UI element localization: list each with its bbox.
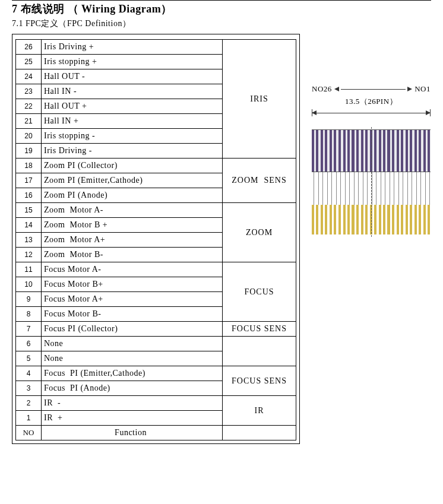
subsection-number: 7.1 [12,19,23,28]
connector-centerline [371,127,372,237]
pin-number: 6 [16,337,42,351]
pin-number: 16 [16,188,42,203]
section-number: 7 [12,3,18,15]
pin-number: 14 [16,218,42,233]
table-row: 26 Iris Driving + IRIS [16,40,296,55]
pin-group-zoom: ZOOM [223,203,296,262]
pin-function: Zoom Motor A+ [42,233,223,248]
pin-function: Focus PI (Emitter,Cathode) [42,366,223,381]
pin-function: Iris stopping + [42,55,223,69]
pin-group-iris: IRIS [223,40,296,159]
pin-number: 10 [16,277,42,292]
pin-function: None [42,337,223,351]
dimension-line [341,89,406,90]
pin-function: Zoom PI (Collector) [42,159,223,173]
pin-number: 7 [16,322,42,337]
pin-group-focus-sens: FOCUS SENS [223,366,296,396]
subsection-title-en: FPC Definition [67,19,122,28]
pin-number: 24 [16,69,42,84]
table-header-row: NO Function [16,426,296,440]
pin-function: IR + [42,411,223,426]
table-row: 15 Zoom Motor A- ZOOM [16,203,296,218]
pin-number: 8 [16,307,42,322]
pin-function: Zoom Motor B- [42,248,223,262]
pin-group-ir: IR [223,396,296,426]
connector-pin-labels: NO26 NO1 [312,84,431,94]
pin-function: Zoom Motor B + [42,218,223,233]
pin-number: 17 [16,173,42,188]
pin-number: 22 [16,99,42,114]
pin-function: Zoom PI (Anode) [42,188,223,203]
pin-function: Focus PI (Anode) [42,381,223,396]
header-function: Function [42,426,223,440]
pin-function: Iris Driving + [42,40,223,55]
subsection-title-cn: FPC定义 [26,19,58,28]
pin-function: Focus Motor A- [42,262,223,277]
connector-dimension: 13.5（26PIN） [312,96,431,107]
pin-number: 23 [16,84,42,99]
pin-number: 11 [16,262,42,277]
pin-number: 1 [16,411,42,426]
pin-number: 9 [16,292,42,307]
pin-function: Focus Motor A+ [42,292,223,307]
pin-group-zoom-sens: ZOOM SENS [223,159,296,203]
table-row: 11 Focus Motor A- FOCUS [16,262,296,277]
table-row: 4 Focus PI (Emitter,Cathode) FOCUS SENS [16,366,296,381]
pin-function: Iris Driving - [42,144,223,159]
section-title-en: Wiring Diagram [81,3,161,15]
pin-number: 26 [16,40,42,55]
pin-number: 2 [16,396,42,411]
pin-group-focus: FOCUS [223,262,296,322]
pin-function: Focus Motor B+ [42,277,223,292]
pin-number: 5 [16,351,42,366]
pin-function: Hall IN + [42,114,223,129]
header-group-empty [223,426,296,440]
section-title: 7 布线说明 （ Wiring Diagram） [12,2,431,16]
arrow-right-icon [407,87,412,91]
pin-number: 25 [16,55,42,69]
header-no: NO [16,426,42,440]
pin-function: IR - [42,396,223,411]
table-row: 6 None [16,337,296,351]
pin-number: 18 [16,159,42,173]
pin-definition-table-container: 26 Iris Driving + IRIS 25 Iris stopping … [12,34,300,444]
table-row: 18 Zoom PI (Collector) ZOOM SENS [16,159,296,173]
pin-function: Hall OUT - [42,69,223,84]
pin-number: 4 [16,366,42,381]
subsection-title: 7.1 FPC定义（FPC Definition） [12,18,431,29]
table-row: 2 IR - IR [16,396,296,411]
pin-number: 12 [16,248,42,262]
arrow-left-icon [334,87,339,91]
dimension-arrow [312,108,431,118]
connector-label-left: NO26 [312,84,332,94]
pin-function: Zoom Motor A- [42,203,223,218]
section-title-cn: 布线说明 [21,3,65,15]
pin-function: None [42,351,223,366]
pin-function: Zoom PI (Emitter,Cathode) [42,173,223,188]
table-row: 7 Focus PI (Collector) FOCUS SENS [16,322,296,337]
pin-function: Hall IN - [42,84,223,99]
connector-diagram: NO26 NO1 13.5（26PIN） [312,84,431,292]
pin-number: 13 [16,233,42,248]
pin-function: Iris stopping - [42,129,223,144]
connector-body [312,129,431,234]
pin-definition-table: 26 Iris Driving + IRIS 25 Iris stopping … [15,39,296,440]
connector-label-right: NO1 [414,84,431,94]
pin-group-focus-sens: FOCUS SENS [223,322,296,337]
pin-function: Focus PI (Collector) [42,322,223,337]
pin-number: 21 [16,114,42,129]
pin-number: 15 [16,203,42,218]
pin-group-empty [223,337,296,366]
pin-function: Focus Motor B- [42,307,223,322]
pin-function: Hall OUT + [42,99,223,114]
pin-number: 20 [16,129,42,144]
pin-number: 3 [16,381,42,396]
pin-number: 19 [16,144,42,159]
